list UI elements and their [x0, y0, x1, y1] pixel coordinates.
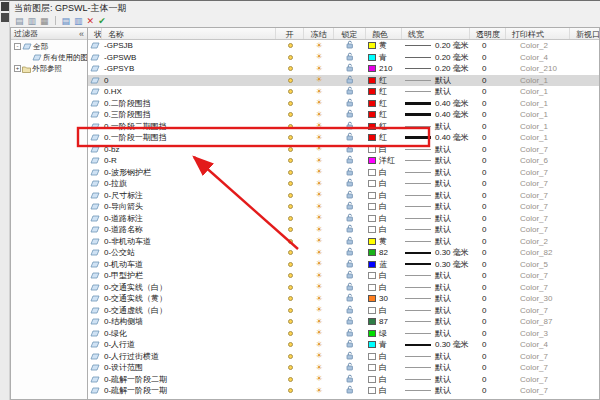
layer-lock-toggle[interactable] — [334, 98, 366, 110]
layer-lock-toggle[interactable] — [334, 167, 366, 179]
layer-lineweight-cell[interactable]: 默认 — [402, 328, 470, 340]
layer-color-cell[interactable]: 红 — [366, 75, 402, 87]
layer-transparency-cell[interactable]: 0 — [470, 167, 506, 179]
layer-lock-toggle[interactable] — [334, 374, 366, 386]
layer-lineweight-cell[interactable]: 默认 — [402, 224, 470, 236]
layer-new-viewport-cell[interactable] — [570, 132, 599, 144]
layer-new-viewport-cell[interactable] — [570, 52, 599, 64]
layer-on-toggle[interactable] — [276, 213, 304, 225]
layer-row[interactable]: 0-交通虚线（白）☀白默认0Color_7 — [88, 305, 599, 317]
layer-freeze-toggle[interactable]: ☀ — [304, 224, 334, 236]
layer-transparency-cell[interactable]: 0 — [470, 247, 506, 259]
layer-lock-toggle[interactable] — [334, 362, 366, 374]
layer-freeze-toggle[interactable]: ☀ — [304, 213, 334, 225]
layer-on-toggle[interactable] — [276, 305, 304, 317]
filters-tree-item-2[interactable]: 所有使用的图层 — [11, 52, 87, 63]
layer-freeze-toggle[interactable]: ☀ — [304, 259, 334, 271]
layer-row[interactable]: 0-波形钢护栏☀白默认0Color_7 — [88, 167, 599, 179]
layer-freeze-toggle[interactable]: ☀ — [304, 305, 334, 317]
layer-transparency-cell[interactable]: 0 — [470, 144, 506, 156]
layer-lock-toggle[interactable] — [334, 132, 366, 144]
layer-color-cell[interactable]: 红 — [366, 98, 402, 110]
layer-freeze-toggle[interactable]: ☀ — [304, 201, 334, 213]
layer-lock-toggle[interactable] — [334, 201, 366, 213]
layer-on-toggle[interactable] — [276, 121, 304, 133]
layer-color-cell[interactable]: 白 — [366, 190, 402, 202]
layer-transparency-cell[interactable]: 0 — [470, 351, 506, 363]
layer-row[interactable]: 0-尺寸标注☀白默认0Color_7 — [88, 190, 599, 202]
layer-row[interactable]: -GPSYB☀2100.20 毫米0Color_210 — [88, 63, 599, 75]
layer-transparency-cell[interactable]: 0 — [470, 178, 506, 190]
layer-states-manager-icon[interactable]: ▦ — [40, 16, 49, 26]
layer-row[interactable]: 0.一阶段二期围挡☀红默认0Color_1 — [88, 121, 599, 133]
layer-transparency-cell[interactable]: 0 — [470, 121, 506, 133]
layer-row[interactable]: 0-bz☀白默认0Color_7 — [88, 144, 599, 156]
layer-on-toggle[interactable] — [276, 98, 304, 110]
layer-on-toggle[interactable] — [276, 52, 304, 64]
collapse-filters-button[interactable]: « — [79, 29, 84, 39]
layer-new-viewport-cell[interactable] — [570, 224, 599, 236]
layer-on-toggle[interactable] — [276, 86, 304, 98]
layer-color-cell[interactable]: 黄 — [366, 40, 402, 52]
layer-transparency-cell[interactable]: 0 — [470, 109, 506, 121]
layer-lineweight-cell[interactable]: 0.30 毫米 — [402, 247, 470, 259]
layer-transparency-cell[interactable]: 0 — [470, 52, 506, 64]
layer-transparency-cell[interactable]: 0 — [470, 132, 506, 144]
layer-row[interactable]: 0☀红默认0Color_1 — [88, 75, 599, 87]
layer-lineweight-cell[interactable]: 默认 — [402, 236, 470, 248]
layer-color-cell[interactable]: 绿 — [366, 328, 402, 340]
filters-tree-item-3[interactable]: +外部参照 — [11, 63, 87, 74]
filters-tree-item-1[interactable]: -全部 — [11, 41, 87, 52]
column-header-冻结[interactable]: 冻结 — [304, 28, 334, 39]
layer-lock-toggle[interactable] — [334, 75, 366, 87]
layer-lineweight-cell[interactable]: 0.30 毫米 — [402, 339, 470, 351]
layer-freeze-toggle[interactable]: ☀ — [304, 190, 334, 202]
layer-lock-toggle[interactable] — [334, 144, 366, 156]
layer-on-toggle[interactable] — [276, 236, 304, 248]
layer-lineweight-cell[interactable]: 默认 — [402, 178, 470, 190]
layer-transparency-cell[interactable]: 0 — [470, 224, 506, 236]
auto-hide-icon[interactable] — [1, 13, 9, 22]
layer-lock-toggle[interactable] — [334, 52, 366, 64]
layer-new-viewport-cell[interactable] — [570, 316, 599, 328]
layer-row[interactable]: 0-非机动车道☀黄默认0Color_2 — [88, 236, 599, 248]
layer-color-cell[interactable]: 87 — [366, 316, 402, 328]
layer-color-cell[interactable]: 青 — [366, 339, 402, 351]
layer-lineweight-cell[interactable]: 默认 — [402, 201, 470, 213]
layer-row[interactable]: 0-绿化☀绿默认0Color_3 — [88, 328, 599, 340]
new-group-filter-icon[interactable]: ▥ — [28, 16, 37, 26]
column-header-锁定[interactable]: 锁定 — [334, 28, 366, 39]
layer-on-toggle[interactable] — [276, 316, 304, 328]
layer-freeze-toggle[interactable]: ☀ — [304, 144, 334, 156]
layer-row[interactable]: 0-机动车道☀蓝0.30 毫米0Color_5 — [88, 259, 599, 271]
layer-lineweight-cell[interactable]: 0.20 毫米 — [402, 40, 470, 52]
layer-lock-toggle[interactable] — [334, 63, 366, 75]
layer-lock-toggle[interactable] — [334, 259, 366, 271]
layer-lock-toggle[interactable] — [334, 385, 366, 397]
layer-on-toggle[interactable] — [276, 144, 304, 156]
collapse-icon[interactable]: - — [14, 43, 21, 50]
layer-on-toggle[interactable] — [276, 178, 304, 190]
layer-transparency-cell[interactable]: 0 — [470, 362, 506, 374]
set-current-icon[interactable]: ✔ — [98, 16, 106, 26]
layer-lock-toggle[interactable] — [334, 247, 366, 259]
layer-new-viewport-cell[interactable] — [570, 178, 599, 190]
layer-transparency-cell[interactable]: 0 — [470, 374, 506, 386]
layer-color-cell[interactable]: 青 — [366, 52, 402, 64]
layer-freeze-toggle[interactable]: ☀ — [304, 247, 334, 259]
layer-row[interactable]: 0-疏解一阶段一期☀白默认0Color_7 — [88, 385, 599, 397]
layer-lineweight-cell[interactable]: 默认 — [402, 121, 470, 133]
layer-lock-toggle[interactable] — [334, 190, 366, 202]
layer-lock-toggle[interactable] — [334, 86, 366, 98]
layer-transparency-cell[interactable]: 0 — [470, 270, 506, 282]
layer-freeze-toggle[interactable]: ☀ — [304, 98, 334, 110]
layer-row[interactable]: 0.HX☀红默认0Color_1 — [88, 86, 599, 98]
layer-lineweight-cell[interactable]: 0.40 毫米 — [402, 98, 470, 110]
layer-lock-toggle[interactable] — [334, 339, 366, 351]
layer-freeze-toggle[interactable]: ☀ — [304, 362, 334, 374]
layer-freeze-toggle[interactable]: ☀ — [304, 155, 334, 167]
layer-on-toggle[interactable] — [276, 259, 304, 271]
layer-lineweight-cell[interactable]: 默认 — [402, 316, 470, 328]
layer-lineweight-cell[interactable]: 0.20 毫米 — [402, 52, 470, 64]
layer-new-viewport-cell[interactable] — [570, 328, 599, 340]
